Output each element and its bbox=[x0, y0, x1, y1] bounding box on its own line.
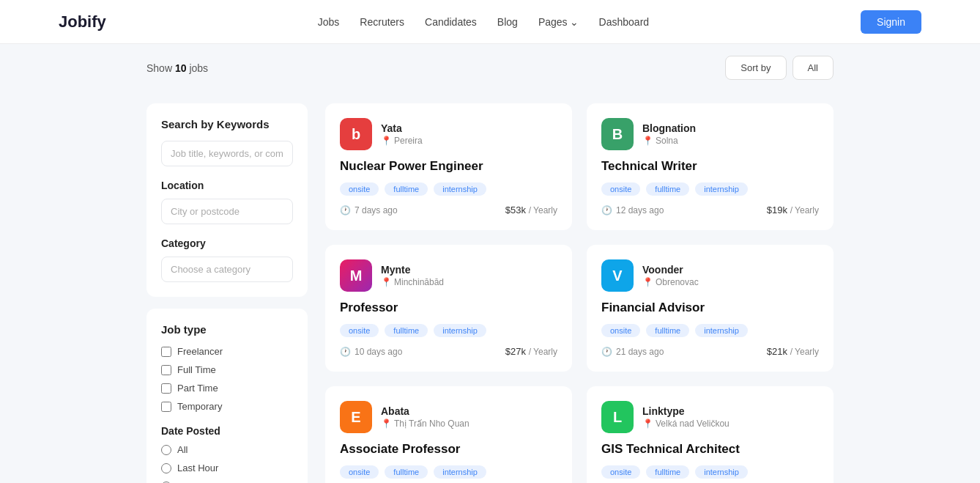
job-tags: onsitefulltimeinternship bbox=[601, 324, 819, 337]
checkbox-temporary[interactable]: Temporary bbox=[161, 401, 293, 412]
job-card-top: L Linktype 📍 Velká nad Veličkou bbox=[601, 401, 819, 433]
jobtype-checkboxes: Freelancer Full Time Part Time Temporary bbox=[161, 346, 293, 412]
company-name: Yata bbox=[381, 122, 423, 134]
company-name: Blognation bbox=[642, 122, 696, 134]
keywords-input[interactable] bbox=[161, 141, 293, 166]
location-pin-icon: 📍 bbox=[642, 136, 653, 146]
job-tags: onsitefulltimeinternship bbox=[340, 324, 557, 337]
nav: Jobs Recruters Candidates Blog Pages ⌄ D… bbox=[318, 16, 649, 28]
location-pin-icon: 📍 bbox=[381, 419, 392, 429]
nav-dashboard[interactable]: Dashboard bbox=[599, 16, 650, 28]
tag: onsite bbox=[340, 182, 379, 196]
checkbox-fulltime-input[interactable] bbox=[161, 365, 171, 375]
category-select[interactable]: Choose a category bbox=[161, 257, 293, 282]
clock-icon: 🕐 bbox=[601, 347, 612, 357]
job-salary: $27k / Yearly bbox=[505, 346, 557, 357]
clock-icon: 🕐 bbox=[340, 205, 351, 215]
tag: internship bbox=[434, 465, 486, 479]
clock-icon: 🕐 bbox=[340, 347, 351, 357]
checkbox-parttime-input[interactable] bbox=[161, 383, 171, 394]
company-name: Voonder bbox=[642, 264, 699, 276]
job-card-top: b Yata 📍 Pereira bbox=[340, 118, 557, 150]
company-location: 📍 Pereira bbox=[381, 136, 423, 146]
job-card-4[interactable]: V Voonder 📍 Obrenovac Financial Advisor … bbox=[587, 245, 834, 372]
job-card-top: B Blognation 📍 Solna bbox=[601, 118, 819, 150]
nav-recruters[interactable]: Recruters bbox=[360, 16, 404, 28]
tag: onsite bbox=[601, 182, 640, 196]
tag: onsite bbox=[340, 324, 379, 337]
company-location: 📍 Minchinābād bbox=[381, 277, 444, 287]
job-footer: 🕐 21 days ago $21k / Yearly bbox=[601, 346, 819, 357]
job-title: Technical Writer bbox=[601, 159, 819, 174]
company-location: 📍 Solna bbox=[642, 136, 696, 146]
company-name: Mynte bbox=[381, 264, 444, 276]
company-info: Blognation 📍 Solna bbox=[642, 122, 696, 146]
job-card-top: V Voonder 📍 Obrenovac bbox=[601, 259, 819, 292]
signin-button[interactable]: Signin bbox=[861, 10, 921, 34]
job-card-6[interactable]: L Linktype 📍 Velká nad Veličkou GIS Tech… bbox=[587, 386, 834, 483]
job-footer: 🕐 12 days ago $19k / Yearly bbox=[601, 204, 819, 215]
company-info: Voonder 📍 Obrenovac bbox=[642, 264, 699, 287]
radio-lasthour[interactable]: Last Hour bbox=[161, 462, 293, 473]
tag: fulltime bbox=[385, 465, 428, 479]
job-card-3[interactable]: M Mynte 📍 Minchinābād Professor onsitefu… bbox=[325, 245, 572, 372]
job-title: Professor bbox=[340, 301, 557, 315]
job-time: 🕐 12 days ago bbox=[601, 205, 664, 215]
tag: fulltime bbox=[646, 465, 689, 479]
job-time: 🕐 21 days ago bbox=[601, 347, 664, 357]
location-pin-icon: 📍 bbox=[381, 136, 392, 146]
job-card-top: M Mynte 📍 Minchinābād bbox=[340, 259, 557, 292]
tag: internship bbox=[434, 324, 486, 337]
location-pin-icon: 📍 bbox=[642, 277, 653, 287]
checkbox-fulltime[interactable]: Full Time bbox=[161, 364, 293, 375]
company-info: Mynte 📍 Minchinābād bbox=[381, 264, 444, 287]
job-title: Associate Professor bbox=[340, 442, 557, 457]
nav-jobs[interactable]: Jobs bbox=[318, 16, 340, 28]
job-card-2[interactable]: B Blognation 📍 Solna Technical Writer on… bbox=[587, 103, 834, 230]
company-location: 📍 Obrenovac bbox=[642, 277, 699, 287]
radio-all[interactable]: All bbox=[161, 444, 293, 455]
job-tags: onsitefulltimeinternship bbox=[340, 465, 557, 479]
checkbox-parttime[interactable]: Part Time bbox=[161, 383, 293, 394]
radio-lasthour-input[interactable] bbox=[161, 463, 171, 473]
filter-all-button[interactable]: All bbox=[792, 56, 834, 80]
job-salary: $53k / Yearly bbox=[505, 204, 557, 215]
company-info: Abata 📍 Thị Trấn Nho Quan bbox=[381, 405, 469, 429]
tag: onsite bbox=[601, 465, 640, 479]
company-logo: V bbox=[601, 259, 634, 292]
job-footer: 🕐 10 days ago $27k / Yearly bbox=[340, 346, 557, 357]
job-card-1[interactable]: b Yata 📍 Pereira Nuclear Power Engineer … bbox=[325, 103, 572, 230]
tag: internship bbox=[434, 182, 486, 196]
checkbox-freelancer[interactable]: Freelancer bbox=[161, 346, 293, 357]
nav-pages[interactable]: Pages ⌄ bbox=[538, 16, 579, 28]
job-tags: onsitefulltimeinternship bbox=[601, 465, 819, 479]
company-name: Abata bbox=[381, 405, 469, 417]
checkbox-temporary-input[interactable] bbox=[161, 402, 171, 412]
company-location: 📍 Thị Trấn Nho Quan bbox=[381, 419, 469, 429]
sort-by-button[interactable]: Sort by bbox=[725, 56, 786, 80]
clock-icon: 🕐 bbox=[601, 205, 612, 215]
tag: internship bbox=[695, 324, 748, 337]
tag: internship bbox=[695, 465, 748, 479]
location-input[interactable] bbox=[161, 199, 293, 224]
company-logo: E bbox=[340, 401, 372, 433]
tag: internship bbox=[695, 182, 748, 196]
job-tags: onsitefulltimeinternship bbox=[340, 182, 557, 196]
job-card-5[interactable]: E Abata 📍 Thị Trấn Nho Quan Associate Pr… bbox=[325, 386, 572, 483]
job-time: 🕐 10 days ago bbox=[340, 347, 402, 357]
company-location: 📍 Velká nad Veličkou bbox=[642, 419, 730, 429]
category-title: Category bbox=[161, 237, 293, 249]
nav-blog[interactable]: Blog bbox=[497, 16, 518, 28]
radio-all-input[interactable] bbox=[161, 445, 171, 455]
location-pin-icon: 📍 bbox=[381, 277, 392, 287]
company-logo: b bbox=[340, 118, 372, 150]
sidebar: Search by Keywords Location Category Cho… bbox=[146, 103, 308, 483]
nav-candidates[interactable]: Candidates bbox=[425, 16, 477, 28]
job-salary: $19k / Yearly bbox=[767, 204, 819, 215]
job-card-top: E Abata 📍 Thị Trấn Nho Quan bbox=[340, 401, 557, 433]
tag: onsite bbox=[340, 465, 379, 479]
jobs-grid: b Yata 📍 Pereira Nuclear Power Engineer … bbox=[325, 103, 834, 483]
keywords-section: Search by Keywords Location Category Cho… bbox=[146, 103, 308, 297]
checkbox-freelancer-input[interactable] bbox=[161, 347, 171, 357]
sort-group: Sort by All bbox=[725, 56, 834, 80]
